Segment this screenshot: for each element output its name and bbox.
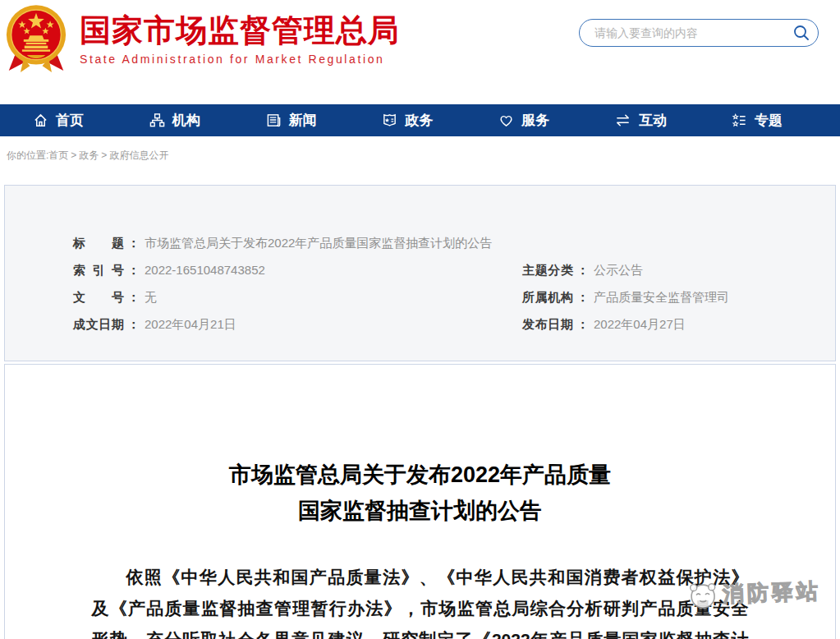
- nav-item-interact[interactable]: 互动: [582, 104, 699, 136]
- article-body-line: 形势，充分听取社会各界意见建议，研究制定了《2022年产品质量国家监督抽查计划》: [92, 624, 749, 639]
- nav-label: 政务: [405, 111, 433, 130]
- colon: ：: [576, 263, 589, 277]
- colon: ：: [576, 317, 589, 331]
- meta-row-publish-date: 发布日期：2022年04月27日: [522, 316, 729, 343]
- nav-item-topics[interactable]: 专题: [699, 104, 815, 136]
- nav-item-home[interactable]: 首页: [0, 104, 117, 136]
- nav-item-news[interactable]: 新闻: [233, 104, 350, 136]
- org-chart-icon: [149, 113, 165, 128]
- site-header: 国家市场监督管理总局 State Administration for Mark…: [0, 0, 840, 104]
- meta-org-value: 产品质量安全监督管理司: [594, 290, 729, 304]
- colon: ：: [127, 263, 140, 277]
- meta-written-date-label: 成文日期: [73, 316, 124, 333]
- document-meta-card: 标题：市场监管总局关于发布2022年产品质量国家监督抽查计划的公告 索引号：20…: [4, 185, 836, 361]
- nav-label: 专题: [755, 111, 783, 130]
- meta-index-label: 索引号: [73, 262, 124, 278]
- document-star-icon: [382, 113, 397, 128]
- article-body: 依照《中华人民共和国产品质量法》、《中华人民共和国消费者权益保护法》 及《产品质…: [92, 562, 749, 639]
- meta-row-org: 所属机构：产品质量安全监督管理司: [522, 289, 729, 316]
- breadcrumb-separator: >: [71, 149, 76, 161]
- meta-publish-date-value: 2022年04月27日: [594, 317, 686, 331]
- nav-item-service[interactable]: 服务: [466, 104, 582, 136]
- nav-label: 互动: [639, 111, 667, 130]
- newspaper-icon: [266, 113, 282, 128]
- meta-column-right: 主题分类：公示公告 所属机构：产品质量安全监督管理司 发布日期：2022年04月…: [522, 262, 729, 343]
- main-nav: 首页 机构 新闻 政务: [0, 104, 840, 136]
- star-list-icon: [732, 113, 747, 128]
- article-card: 市场监管总局关于发布2022年产品质量 国家监督抽查计划的公告 依照《中华人民共…: [4, 364, 836, 639]
- meta-category-label: 主题分类: [522, 262, 573, 278]
- nav-label: 首页: [56, 111, 84, 130]
- breadcrumb-prefix: 你的位置:: [7, 149, 48, 161]
- colon: ：: [127, 290, 140, 304]
- meta-publish-date-label: 发布日期: [522, 316, 573, 333]
- heart-icon: [498, 113, 514, 128]
- search-button[interactable]: [785, 20, 818, 46]
- nav-item-gov[interactable]: 政务: [350, 104, 466, 136]
- meta-index-value: 2022-1651048743852: [145, 263, 265, 277]
- national-emblem-logo: [5, 3, 67, 76]
- search-box: [579, 19, 819, 47]
- page: 国家市场监督管理总局 State Administration for Mark…: [0, 0, 840, 639]
- nav-label: 服务: [521, 111, 549, 130]
- breadcrumb-gov[interactable]: 政务: [79, 149, 99, 161]
- colon: ：: [127, 236, 140, 250]
- colon: ：: [576, 290, 589, 304]
- search-input[interactable]: [580, 26, 785, 39]
- article-title-line1: 市场监管总局关于发布2022年产品质量: [5, 457, 835, 493]
- site-title-english: State Administration for Market Regulati…: [80, 53, 400, 66]
- nav-label: 新闻: [289, 111, 317, 130]
- article-body-line: 依照《中华人民共和国产品质量法》、《中华人民共和国消费者权益保护法》: [92, 562, 749, 593]
- breadcrumb-home[interactable]: 首页: [48, 149, 68, 161]
- breadcrumb: 你的位置:首页>政务>政府信息公开: [0, 136, 840, 163]
- meta-row-title: 标题：市场监管总局关于发布2022年产品质量国家监督抽查计划的公告: [73, 235, 835, 262]
- meta-title-value: 市场监管总局关于发布2022年产品质量国家监督抽查计划的公告: [145, 236, 492, 250]
- meta-doc-no-label: 文号: [73, 289, 124, 306]
- meta-written-date-value: 2022年04月21日: [145, 317, 236, 331]
- breadcrumb-separator: >: [101, 149, 107, 161]
- article-body-line: 及《产品质量监督抽查管理暂行办法》，市场监管总局综合分析研判产品质量安全: [92, 593, 749, 624]
- search-icon: [792, 24, 810, 42]
- article-title-line2: 国家监督抽查计划的公告: [5, 493, 835, 529]
- meta-category-value: 公示公告: [594, 263, 643, 277]
- meta-row-category: 主题分类：公示公告: [522, 262, 729, 289]
- site-brand: 国家市场监督管理总局 State Administration for Mark…: [80, 11, 400, 66]
- article-title: 市场监管总局关于发布2022年产品质量 国家监督抽查计划的公告: [5, 457, 835, 529]
- meta-columns: 索引号：2022-1651048743852 文号：无 成文日期：2022年04…: [73, 262, 835, 343]
- breadcrumb-info-disclosure[interactable]: 政府信息公开: [109, 149, 168, 161]
- meta-org-label: 所属机构: [522, 289, 573, 306]
- meta-title-label: 标题: [73, 235, 124, 251]
- colon: ：: [127, 317, 140, 331]
- nav-item-org[interactable]: 机构: [117, 104, 233, 136]
- site-title: 国家市场监督管理总局: [80, 11, 400, 49]
- nav-label: 机构: [172, 111, 200, 130]
- home-icon: [33, 113, 48, 128]
- meta-doc-no-value: 无: [145, 290, 157, 304]
- exchange-arrows-icon: [614, 113, 631, 128]
